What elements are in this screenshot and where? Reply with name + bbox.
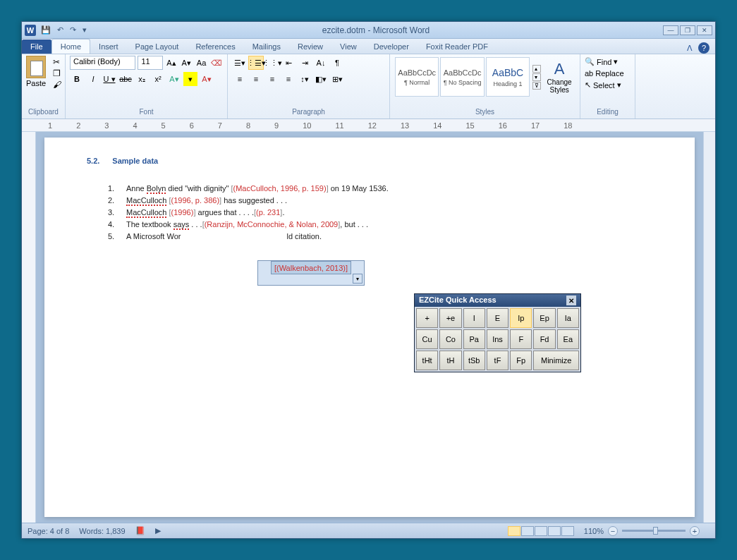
ezcite-btn-f[interactable]: F [510, 329, 532, 349]
horizontal-ruler[interactable]: 123456789101112131415161718 [22, 119, 715, 132]
ezcite-btn-fd[interactable]: Fd [533, 329, 555, 349]
bold-button[interactable]: B [70, 72, 84, 86]
word-count[interactable]: Words: 1,839 [79, 527, 125, 535]
styles-more-icon[interactable]: ⊽ [532, 82, 541, 90]
citation-dropdown-icon[interactable]: ▾ [353, 274, 363, 284]
page-indicator[interactable]: Page: 4 of 8 [28, 527, 69, 535]
outline-view[interactable] [548, 526, 561, 536]
ezcite-btn-tsb[interactable]: tSb [463, 351, 485, 370]
grow-font-icon[interactable]: A▴ [165, 56, 178, 70]
justify-icon[interactable]: ≡ [281, 72, 296, 86]
minimize-button[interactable]: — [663, 25, 678, 35]
font-size-select[interactable]: 11 [138, 56, 162, 70]
page[interactable]: 5.2.Sample data 1.Anne Bolyn died "with … [44, 138, 695, 517]
borders-icon[interactable]: ⊞▾ [329, 72, 345, 86]
ezcite-btn-cu[interactable]: Cu [416, 329, 438, 349]
shrink-font-icon[interactable]: A▾ [180, 56, 193, 70]
vertical-scrollbar[interactable] [703, 132, 715, 523]
style-normal[interactable]: AaBbCcDc¶ Normal [395, 57, 439, 97]
tab-references[interactable]: References [187, 39, 243, 54]
tab-mailings[interactable]: Mailings [244, 39, 289, 54]
change-case-icon[interactable]: Aa [195, 56, 207, 70]
macro-icon[interactable]: ▶ [155, 526, 161, 535]
styles-up-icon[interactable]: ▴ [532, 65, 541, 73]
ezcite-btn-ip[interactable]: Ip [510, 308, 532, 328]
zoom-level[interactable]: 110% [584, 527, 604, 535]
undo-icon[interactable]: ↶ [55, 25, 66, 35]
print-layout-view[interactable] [508, 526, 520, 536]
ezcite-btn-tf[interactable]: tF [487, 351, 508, 370]
style-nospacing[interactable]: AaBbCcDc¶ No Spacing [440, 57, 484, 97]
tab-home[interactable]: Home [51, 39, 90, 54]
subscript-button[interactable]: x₂ [135, 72, 149, 86]
cut-icon[interactable]: ✂ [53, 57, 61, 67]
save-icon[interactable]: 💾 [39, 25, 53, 35]
copy-icon[interactable]: ❐ [53, 68, 61, 78]
underline-button[interactable]: U ▾ [102, 72, 116, 86]
ezcite-titlebar[interactable]: EZCite Quick Access ✕ [415, 294, 580, 307]
draft-view[interactable] [561, 526, 574, 536]
sort-icon[interactable]: A↓ [313, 56, 329, 70]
tab-view[interactable]: View [331, 39, 365, 54]
ezcite-btn-tht[interactable]: tHt [416, 351, 438, 370]
citation-float[interactable]: [(Walkenbach, 2013)] ▾ [257, 260, 365, 286]
show-marks-icon[interactable]: ¶ [329, 56, 345, 70]
tab-file[interactable]: File [22, 39, 51, 54]
ezcite-btn-co[interactable]: Co [439, 329, 461, 349]
ezcite-btn-th[interactable]: tH [439, 351, 461, 370]
font-name-select[interactable]: Calibri (Body) [70, 56, 135, 70]
vertical-ruler[interactable] [22, 132, 36, 523]
text-effects-icon[interactable]: A▾ [167, 72, 181, 86]
help-icon[interactable]: ? [698, 42, 709, 54]
tab-developer[interactable]: Developer [365, 39, 418, 54]
bullets-icon[interactable]: ☰▾ [232, 56, 248, 70]
line-spacing-icon[interactable]: ↕▾ [297, 72, 312, 86]
select-button[interactable]: ↖Select ▾ [585, 79, 631, 91]
ezcite-btn-fp[interactable]: Fp [510, 351, 532, 370]
increase-indent-icon[interactable]: ⇥ [297, 56, 312, 70]
tab-foxit[interactable]: Foxit Reader PDF [418, 39, 497, 54]
minimize-ribbon-icon[interactable]: ᐱ [684, 42, 695, 54]
redo-icon[interactable]: ↷ [68, 25, 78, 35]
find-button[interactable]: 🔍Find ▾ [585, 56, 631, 68]
align-left-icon[interactable]: ≡ [232, 72, 248, 86]
decrease-indent-icon[interactable]: ⇤ [281, 56, 296, 70]
zoom-slider[interactable] [622, 530, 686, 532]
clear-format-icon[interactable]: ⌫ [210, 56, 223, 70]
zoom-in-icon[interactable]: + [690, 526, 700, 536]
replace-button[interactable]: abReplace [585, 68, 631, 79]
strike-button[interactable]: abc [118, 72, 133, 86]
ezcite-btn-ia[interactable]: Ia [557, 308, 579, 328]
restore-button[interactable]: ❐ [680, 25, 695, 35]
zoom-out-icon[interactable]: − [608, 526, 618, 536]
qa-dropdown-icon[interactable]: ▾ [80, 25, 89, 35]
close-button[interactable]: ✕ [697, 25, 712, 35]
superscript-button[interactable]: x² [151, 72, 165, 86]
italic-button[interactable]: I [86, 72, 100, 86]
font-color-icon[interactable]: A▾ [200, 72, 214, 86]
styles-down-icon[interactable]: ▾ [532, 73, 541, 81]
tab-pagelayout[interactable]: Page Layout [127, 39, 188, 54]
ezcite-btn-+[interactable]: + [416, 308, 438, 328]
ezcite-btn-pa[interactable]: Pa [463, 329, 485, 349]
style-heading1[interactable]: AaBbCHeading 1 [486, 57, 530, 97]
ezcite-btn-e[interactable]: E [487, 308, 508, 328]
numbering-icon[interactable]: ⋮☰▾ [248, 56, 264, 70]
ezcite-btn-ep[interactable]: Ep [533, 308, 555, 328]
full-screen-view[interactable] [521, 526, 534, 536]
ezcite-close-icon[interactable]: ✕ [566, 296, 576, 305]
ezcite-btn-ea[interactable]: Ea [557, 329, 579, 349]
shading-icon[interactable]: ◧▾ [313, 72, 329, 86]
proofing-icon[interactable]: 📕 [135, 526, 145, 535]
multilevel-icon[interactable]: ⋮⋮▾ [264, 56, 280, 70]
paste-button[interactable]: Paste [26, 56, 46, 87]
web-layout-view[interactable] [535, 526, 547, 536]
format-painter-icon[interactable]: 🖌 [53, 80, 61, 90]
change-styles-button[interactable]: A Change Styles [543, 56, 575, 98]
align-center-icon[interactable]: ≡ [248, 72, 264, 86]
ezcite-btn-ins[interactable]: Ins [487, 329, 508, 349]
highlight-icon[interactable]: ▾ [183, 72, 197, 86]
tab-review[interactable]: Review [289, 39, 331, 54]
ezcite-minimize[interactable]: Minimize [533, 351, 579, 370]
ezcite-btn-i[interactable]: I [463, 308, 485, 328]
